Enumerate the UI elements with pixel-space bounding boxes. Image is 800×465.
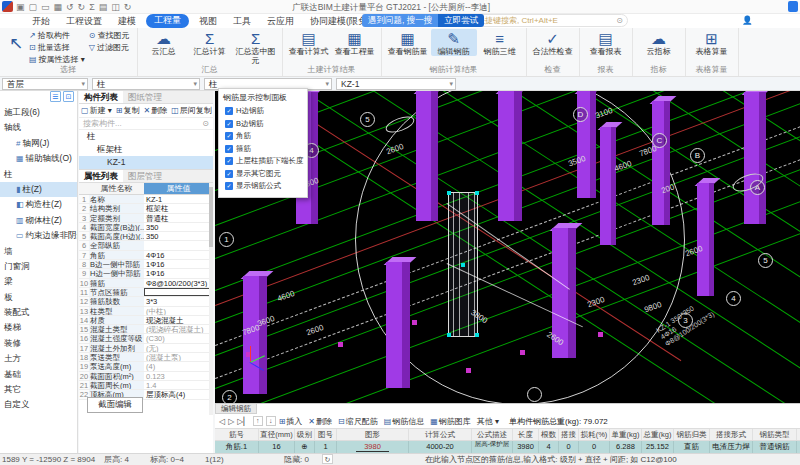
ribbon-small-button-0-1-0[interactable]: ⊙查找图元: [89, 29, 130, 41]
sidebar-item-8[interactable]: ▭约束边缘非阴影区(Z): [0, 228, 77, 243]
property-row-value[interactable]: 1.4: [144, 381, 213, 389]
rebar-checkbox-2[interactable]: ✓角筋: [219, 130, 307, 143]
component-toolbar-button-3[interactable]: ◫层间复制: [171, 105, 212, 116]
property-tab-0[interactable]: 属性列表: [79, 170, 123, 182]
property-row-value[interactable]: 350: [144, 232, 213, 240]
component-tab-1[interactable]: 图纸管理: [123, 91, 167, 103]
ribbon-button-1-0[interactable]: ☁云汇总: [141, 29, 187, 56]
sidebar-item-14[interactable]: 楼梯: [0, 320, 77, 335]
property-row-value[interactable]: (现浇碎石混凝土): [144, 325, 213, 333]
property-row-value[interactable]: 1Φ16: [144, 269, 213, 277]
ribbon-button-4-0[interactable]: ✓合法性检查: [530, 29, 576, 56]
column-header-13[interactable]: 钢筋归类: [674, 429, 710, 440]
grip-handle[interactable]: [475, 333, 479, 337]
property-row-value[interactable]: (中柱): [144, 307, 213, 315]
column-header-6[interactable]: 公式描述: [472, 429, 513, 440]
menu-tab-6[interactable]: 云应用: [259, 14, 302, 28]
column-header-15[interactable]: 钢筋类型: [753, 429, 797, 440]
ribbon-button-5-0[interactable]: ▤查看报表: [583, 29, 629, 56]
sidebar-item-12[interactable]: 板: [0, 290, 77, 305]
sidebar-item-3[interactable]: ▦辅助轴线(O): [0, 151, 77, 166]
nav-icon-2[interactable]: ▷▏: [237, 417, 249, 426]
column-header-2[interactable]: 级别: [295, 429, 315, 440]
concrete-column-6[interactable]: [744, 92, 766, 224]
rebar-checkbox-0[interactable]: ✓H边钢筋: [219, 105, 307, 118]
property-row-value[interactable]: 4Φ16: [144, 251, 213, 259]
edit-toolbar-button-1[interactable]: ✕删除: [308, 416, 332, 427]
menu-tab-3[interactable]: 工程量: [146, 14, 189, 28]
sidebar-item-11[interactable]: 梁: [0, 274, 77, 289]
sidebar-item-4[interactable]: 柱: [0, 167, 77, 182]
sidebar-item-9[interactable]: 墙: [0, 244, 77, 259]
ribbon-button-3-2[interactable]: ≡钢筋三维: [477, 29, 523, 56]
move-row-icon-0[interactable]: ↑: [253, 416, 263, 426]
property-row-value[interactable]: 层顶标高(4): [144, 390, 213, 398]
menu-tab-5[interactable]: 工具: [225, 14, 259, 28]
sidebar-item-16[interactable]: 土方: [0, 351, 77, 366]
sidebar-item-13[interactable]: 装配式: [0, 305, 77, 320]
edit-toolbar-button-3[interactable]: ▤钢筋信息: [384, 416, 425, 427]
ribbon-button-2-0[interactable]: ▤查看计算式: [286, 29, 332, 56]
list-view-icon[interactable]: ☰: [50, 91, 61, 102]
menu-tab-0[interactable]: 开始: [24, 14, 58, 28]
column-header-4[interactable]: 图形: [337, 429, 409, 440]
concrete-column-1[interactable]: [416, 91, 438, 221]
edit-rebar-tab[interactable]: 编辑钢筋: [215, 404, 257, 414]
edit-toolbar-button-4[interactable]: ▦钢筋图库: [430, 416, 471, 427]
property-row-value[interactable]: [144, 288, 213, 296]
user-account[interactable]: 👤Lynn_198712: [742, 14, 800, 27]
component-tree-item-2[interactable]: KZ-1: [79, 156, 213, 169]
property-row-value[interactable]: (混凝土泵): [144, 353, 213, 361]
sidebar-item-6[interactable]: ◧构造柱(Z): [0, 197, 77, 212]
ribbon-button-3-0[interactable]: ▦查看钢筋量: [385, 29, 431, 56]
menu-tab-4[interactable]: 视图: [191, 14, 225, 28]
component-tree-item-0[interactable]: 柱: [79, 130, 213, 143]
property-row-value[interactable]: 3*3: [144, 297, 213, 305]
ribbon-button-1-1[interactable]: Σ汇总计算: [187, 29, 233, 56]
concrete-column-10[interactable]: [697, 183, 714, 296]
ribbon-small-button-0-0-0[interactable]: ↗拾取构件: [29, 29, 85, 41]
column-header-10[interactable]: 损耗(%): [579, 429, 610, 440]
help-pill[interactable]: 遇到问题, 搜一搜 立即尝试: [362, 14, 484, 27]
grip-handle[interactable]: [447, 191, 451, 195]
property-row-value[interactable]: 0.123: [144, 372, 213, 380]
column-header-11[interactable]: 单重(kg): [610, 429, 642, 440]
column-header-1[interactable]: 直径(mm): [259, 429, 295, 440]
sidebar-item-15[interactable]: 装修: [0, 336, 77, 351]
edit-toolbar-button-2[interactable]: ⊟缩尺配筋: [338, 416, 378, 427]
ribbon-small-button-0-1-1[interactable]: ▽过滤图元: [89, 41, 130, 53]
component-toolbar-button-0[interactable]: ▢新建 ▾: [81, 105, 112, 116]
column-header-7[interactable]: 长度: [513, 429, 539, 440]
concrete-column-4[interactable]: [600, 127, 616, 245]
property-tab-1[interactable]: 图层管理: [123, 170, 167, 182]
column-header-3[interactable]: 图号: [315, 429, 337, 440]
property-scrollbar[interactable]: [209, 183, 213, 415]
property-row-value[interactable]: [144, 241, 213, 249]
sidebar-item-2[interactable]: #轴网(J): [0, 136, 77, 151]
property-row-value[interactable]: Φ8@100/200(3*3): [144, 279, 213, 287]
component-search-input[interactable]: 搜索构件... ⊙: [79, 118, 213, 130]
sidebar-item-18[interactable]: 其它: [0, 382, 77, 397]
rebar-checkbox-3[interactable]: ✓箍筋: [219, 143, 307, 156]
component-tab-0[interactable]: 构件列表: [79, 91, 123, 103]
ribbon-button-6-0[interactable]: ☁云指标: [636, 29, 682, 56]
menu-tab-1[interactable]: 工程设置: [58, 14, 110, 28]
status-tool-icon-6[interactable]: ↻: [322, 454, 333, 464]
column-header-8[interactable]: 根数: [539, 429, 559, 440]
rebar-checkbox-5[interactable]: ✓显示其它图元: [219, 168, 307, 181]
sidebar-item-0[interactable]: 施工段(6): [0, 105, 77, 120]
ribbon-button-7-0[interactable]: ⊞表格算量: [689, 29, 735, 56]
sidebar-item-7[interactable]: ▥砌体柱(Z): [0, 213, 77, 228]
nav-icon-0[interactable]: ◁: [219, 417, 225, 426]
property-row-value[interactable]: 框架柱: [144, 204, 213, 212]
concrete-column-8[interactable]: [386, 262, 410, 388]
component-toolbar-button-2[interactable]: ✕删除: [144, 105, 168, 116]
column-header-9[interactable]: 搭接: [559, 429, 579, 440]
concrete-column-5[interactable]: [652, 101, 670, 225]
category-select[interactable]: 柱▾: [92, 78, 200, 90]
property-row-value[interactable]: 普通柱: [144, 214, 213, 222]
property-row-value[interactable]: (C30): [144, 334, 213, 342]
ribbon-button-3-1[interactable]: ✎编辑钢筋: [431, 29, 477, 56]
column-header-0[interactable]: 筋号: [215, 429, 259, 440]
edit-toolbar-button-0[interactable]: ⊞插入: [279, 416, 303, 427]
